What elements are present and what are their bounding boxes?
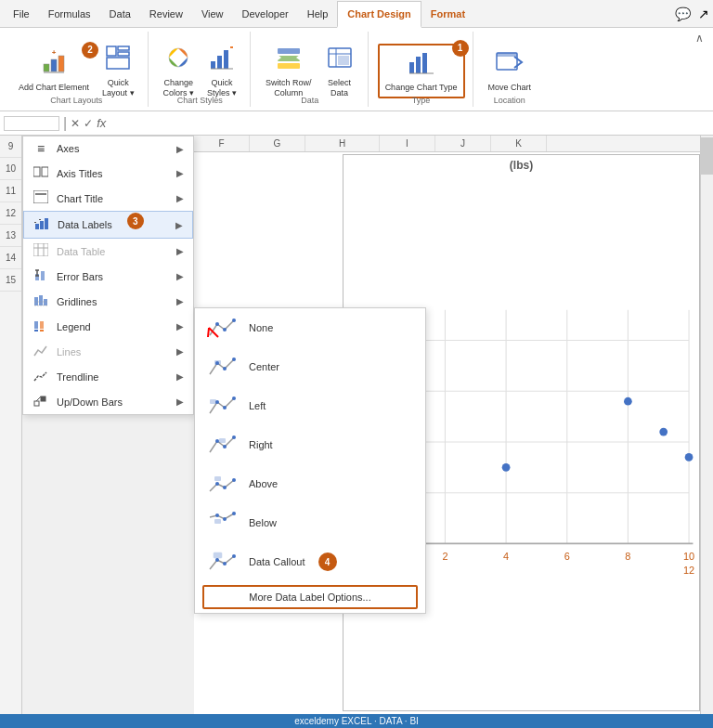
step2-badge: 2 (82, 42, 98, 58)
menu-item-data-table[interactable]: Data Table ▶ (23, 239, 193, 264)
svg-rect-14 (230, 46, 233, 48)
svg-point-68 (223, 406, 227, 410)
select-data-button[interactable]: SelectData (319, 41, 360, 102)
select-data-label: SelectData (328, 78, 351, 98)
ribbon-collapse[interactable]: ∧ (695, 32, 707, 45)
tab-developer[interactable]: Developer (233, 0, 298, 27)
tab-file[interactable]: File (4, 0, 39, 27)
svg-text:2: 2 (442, 551, 447, 562)
menu-item-legend[interactable]: Legend ▶ (23, 314, 193, 339)
svg-rect-16 (278, 48, 300, 54)
menu-item-chart-title[interactable]: Chart Title ▶ (23, 186, 193, 211)
svg-point-110 (624, 397, 632, 406)
menu-item-trendline[interactable]: Trendline ▶ (23, 364, 193, 389)
svg-rect-75 (214, 476, 221, 481)
watermark: exceldemy EXCEL · DATA · BI (0, 714, 713, 728)
menu-item-axis-titles[interactable]: Axis Titles ▶ (23, 161, 193, 186)
svg-rect-25 (422, 53, 427, 73)
tab-data[interactable]: Data (100, 0, 140, 27)
svg-rect-13 (224, 50, 228, 69)
switch-row-col-button[interactable]: Switch Row/Column (260, 41, 318, 102)
error-bars-menu-label: Error Bars (57, 271, 103, 282)
svg-point-77 (232, 478, 236, 482)
formula-bar-divider: | (63, 115, 67, 132)
change-colors-button[interactable]: ChangeColors ▾ (158, 41, 201, 102)
comment-icon[interactable]: 💬 (675, 6, 691, 21)
name-box[interactable] (4, 116, 59, 131)
quick-styles-button[interactable]: QuickStyles ▾ (201, 41, 242, 102)
tab-chart-design[interactable]: Chart Design (337, 1, 421, 28)
move-chart-icon (496, 49, 524, 81)
axes-menu-arrow: ▶ (176, 144, 184, 154)
insert-function-icon[interactable]: fx (97, 116, 106, 130)
menu-item-lines[interactable]: Lines ▶ (23, 339, 193, 364)
row-num-14: 14 (0, 247, 21, 269)
tab-review[interactable]: Review (140, 0, 192, 27)
svg-rect-32 (35, 224, 39, 229)
svg-point-69 (232, 396, 236, 400)
vertical-scrollbar[interactable] (700, 136, 713, 715)
svg-rect-53 (34, 330, 38, 332)
formula-bar-icons: ✕ ✓ fx (71, 116, 106, 130)
menu-item-axes[interactable]: ≡ Axes ▶ (23, 136, 193, 161)
data-label-callout-icon (206, 548, 240, 576)
quick-layout-button[interactable]: QuickLayout ▾ (97, 41, 140, 102)
data-label-above[interactable]: Above (195, 464, 425, 503)
move-chart-button[interactable]: Move Chart (483, 46, 538, 97)
data-label-center[interactable]: Center (195, 347, 425, 386)
svg-rect-46 (34, 297, 38, 306)
scrollbar-thumb[interactable] (701, 137, 713, 175)
axes-menu-icon: ≡ (32, 141, 49, 156)
svg-rect-30 (33, 190, 48, 203)
col-k: K (491, 136, 547, 151)
up-down-bars-menu-icon (32, 394, 49, 410)
svg-rect-6 (118, 46, 129, 50)
svg-rect-37 (33, 243, 48, 256)
svg-rect-23 (409, 62, 414, 73)
data-label-left-icon (206, 392, 240, 420)
main-area: 9 10 11 12 13 14 15 ≡ Axes ▶ Axis Titles… (0, 136, 713, 728)
chart-title: (lbs) (344, 155, 699, 176)
menu-item-data-labels[interactable]: Data Labels 3 ▶ (23, 211, 193, 239)
svg-rect-2 (58, 56, 64, 72)
legend-menu-arrow: ▶ (176, 321, 184, 332)
error-bars-menu-arrow: ▶ (176, 271, 184, 281)
svg-rect-7 (107, 58, 129, 69)
data-label-callout[interactable]: Data Callout 4 (195, 542, 425, 581)
content-area: ≡ Axes ▶ Axis Titles ▶ Chart Title ▶ (22, 136, 713, 728)
trendline-menu-label: Trendline (57, 371, 98, 383)
data-label-center-icon (206, 353, 240, 381)
confirm-icon[interactable]: ✓ (84, 117, 93, 130)
data-label-left[interactable]: Left (195, 386, 425, 425)
svg-point-70 (215, 439, 219, 443)
menu-item-error-bars[interactable]: Error Bars ▶ (23, 264, 193, 289)
svg-point-57 (215, 322, 219, 326)
change-chart-type-button[interactable]: Change Chart Type (378, 44, 465, 98)
svg-point-112 (502, 463, 511, 472)
share-icon[interactable]: ↗ (698, 6, 709, 21)
svg-rect-11 (211, 61, 215, 69)
data-label-right-label: Right (249, 439, 273, 450)
svg-rect-71 (219, 438, 226, 443)
data-label-below[interactable]: Below (195, 503, 425, 542)
data-label-right[interactable]: Right (195, 425, 425, 464)
data-label-none-label: None (249, 322, 273, 333)
axis-titles-menu-icon (32, 165, 49, 181)
svg-point-10 (175, 54, 182, 61)
tab-view[interactable]: View (192, 0, 233, 27)
tab-format[interactable]: Format (421, 0, 474, 27)
chart-title-menu-label: Chart Title (57, 193, 103, 204)
tab-help[interactable]: Help (298, 0, 338, 27)
data-label-callout-label: Data Callout (249, 556, 305, 567)
menu-item-up-down-bars[interactable]: Up/Down Bars ▶ (23, 389, 193, 414)
more-data-label-options-button[interactable]: More Data Label Options... (202, 585, 418, 609)
data-label-none[interactable]: None (195, 308, 425, 347)
data-label-above-label: Above (249, 478, 278, 489)
location-group: Move Chart Location (475, 32, 545, 107)
tab-formulas[interactable]: Formulas (39, 0, 100, 27)
cancel-icon[interactable]: ✕ (71, 117, 80, 130)
data-label-right-icon (206, 431, 240, 459)
svg-point-76 (223, 486, 227, 489)
menu-item-gridlines[interactable]: Gridlines ▶ (23, 289, 193, 314)
formula-input[interactable] (110, 118, 709, 129)
